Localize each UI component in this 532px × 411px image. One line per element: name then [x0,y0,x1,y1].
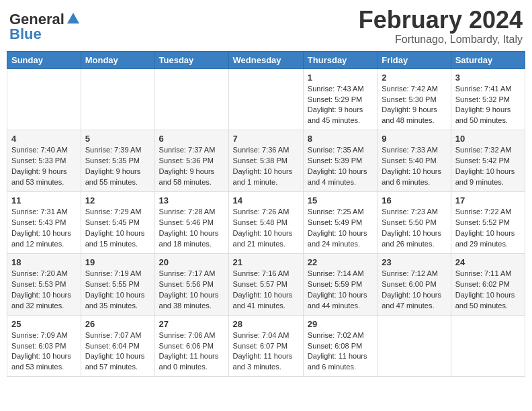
day-info: Sunrise: 7:32 AMSunset: 5:42 PMDaylight:… [455,145,521,188]
day-number: 2 [382,73,446,83]
day-info: Sunrise: 7:12 AMSunset: 6:00 PMDaylight:… [382,269,446,312]
calendar-cell: 5Sunrise: 7:39 AMSunset: 5:35 PMDaylight… [81,130,154,192]
calendar-cell [228,68,303,130]
day-number: 13 [159,195,224,205]
day-info: Sunrise: 7:11 AMSunset: 6:02 PMDaylight:… [455,269,521,312]
day-number: 4 [11,134,77,144]
calendar-cell: 26Sunrise: 7:07 AMSunset: 6:04 PMDayligh… [81,315,154,377]
calendar-cell: 17Sunrise: 7:22 AMSunset: 5:52 PMDayligh… [451,192,525,254]
calendar-cell [81,68,154,130]
day-info: Sunrise: 7:36 AMSunset: 5:38 PMDaylight:… [233,145,299,188]
calendar-cell: 21Sunrise: 7:16 AMSunset: 5:57 PMDayligh… [228,253,303,315]
logo-blue: Blue [9,26,42,43]
calendar-cell: 27Sunrise: 7:06 AMSunset: 6:06 PMDayligh… [154,315,228,377]
calendar-cell: 16Sunrise: 7:23 AMSunset: 5:50 PMDayligh… [378,192,451,254]
day-info: Sunrise: 7:31 AMSunset: 5:43 PMDaylight:… [11,207,77,250]
month-title: February 2024 [359,7,523,34]
day-info: Sunrise: 7:35 AMSunset: 5:39 PMDaylight:… [308,145,373,188]
day-info: Sunrise: 7:04 AMSunset: 6:07 PMDaylight:… [233,330,299,373]
day-number: 3 [455,73,521,83]
calendar-cell: 3Sunrise: 7:41 AMSunset: 5:32 PMDaylight… [451,68,525,130]
calendar-cell: 10Sunrise: 7:32 AMSunset: 5:42 PMDayligh… [451,130,525,192]
day-number: 8 [308,134,373,144]
calendar-cell: 1Sunrise: 7:43 AMSunset: 5:29 PMDaylight… [303,68,377,130]
calendar-cell: 28Sunrise: 7:04 AMSunset: 6:07 PMDayligh… [228,315,303,377]
title-area: February 2024 Fortunago, Lombardy, Italy [359,7,523,46]
day-number: 22 [308,257,373,267]
day-number: 12 [85,195,150,205]
day-number: 7 [233,134,299,144]
day-info: Sunrise: 7:25 AMSunset: 5:49 PMDaylight:… [308,207,373,250]
day-info: Sunrise: 7:29 AMSunset: 5:45 PMDaylight:… [85,207,150,250]
day-number: 20 [159,257,224,267]
calendar-cell [378,315,451,377]
calendar-cell: 24Sunrise: 7:11 AMSunset: 6:02 PMDayligh… [451,253,525,315]
calendar-cell [451,315,525,377]
calendar-cell: 20Sunrise: 7:17 AMSunset: 5:56 PMDayligh… [154,253,228,315]
calendar-week-row: 25Sunrise: 7:09 AMSunset: 6:03 PMDayligh… [7,315,525,377]
day-number: 23 [382,257,446,267]
page-header: General Blue February 2024 Fortunago, Lo… [7,7,525,46]
day-info: Sunrise: 7:16 AMSunset: 5:57 PMDaylight:… [233,269,299,312]
calendar-cell: 22Sunrise: 7:14 AMSunset: 5:59 PMDayligh… [303,253,377,315]
day-number: 6 [159,134,224,144]
weekday-header: Tuesday [154,51,228,68]
day-number: 28 [233,319,299,329]
day-info: Sunrise: 7:23 AMSunset: 5:50 PMDaylight:… [382,207,446,250]
day-number: 17 [455,195,521,205]
day-info: Sunrise: 7:20 AMSunset: 5:53 PMDaylight:… [11,269,77,312]
calendar-cell: 4Sunrise: 7:40 AMSunset: 5:33 PMDaylight… [7,130,81,192]
day-number: 29 [308,319,373,329]
day-info: Sunrise: 7:14 AMSunset: 5:59 PMDaylight:… [308,269,373,312]
calendar-week-row: 18Sunrise: 7:20 AMSunset: 5:53 PMDayligh… [7,253,525,315]
day-info: Sunrise: 7:02 AMSunset: 6:08 PMDaylight:… [308,330,373,373]
day-number: 9 [382,134,446,144]
calendar-cell: 11Sunrise: 7:31 AMSunset: 5:43 PMDayligh… [7,192,81,254]
day-info: Sunrise: 7:06 AMSunset: 6:06 PMDaylight:… [159,330,224,373]
calendar-cell: 15Sunrise: 7:25 AMSunset: 5:49 PMDayligh… [303,192,377,254]
location-title: Fortunago, Lombardy, Italy [359,34,523,46]
calendar-cell: 23Sunrise: 7:12 AMSunset: 6:00 PMDayligh… [378,253,451,315]
day-number: 1 [308,73,373,83]
calendar-table: SundayMondayTuesdayWednesdayThursdayFrid… [7,51,525,377]
day-number: 11 [11,195,77,205]
day-number: 24 [455,257,521,267]
weekday-header-row: SundayMondayTuesdayWednesdayThursdayFrid… [7,51,525,68]
weekday-header: Sunday [7,51,81,68]
calendar-cell: 18Sunrise: 7:20 AMSunset: 5:53 PMDayligh… [7,253,81,315]
calendar-week-row: 11Sunrise: 7:31 AMSunset: 5:43 PMDayligh… [7,192,525,254]
weekday-header: Monday [81,51,154,68]
calendar-cell: 6Sunrise: 7:37 AMSunset: 5:36 PMDaylight… [154,130,228,192]
day-info: Sunrise: 7:37 AMSunset: 5:36 PMDaylight:… [159,145,224,188]
svg-marker-0 [67,13,79,24]
calendar-cell: 29Sunrise: 7:02 AMSunset: 6:08 PMDayligh… [303,315,377,377]
day-number: 19 [85,257,150,267]
day-info: Sunrise: 7:22 AMSunset: 5:52 PMDaylight:… [455,207,521,250]
day-number: 15 [308,195,373,205]
weekday-header: Wednesday [228,51,303,68]
weekday-header: Friday [378,51,451,68]
calendar-week-row: 1Sunrise: 7:43 AMSunset: 5:29 PMDaylight… [7,68,525,130]
day-info: Sunrise: 7:09 AMSunset: 6:03 PMDaylight:… [11,330,77,373]
calendar-cell [154,68,228,130]
calendar-cell: 13Sunrise: 7:28 AMSunset: 5:46 PMDayligh… [154,192,228,254]
day-number: 10 [455,134,521,144]
day-info: Sunrise: 7:42 AMSunset: 5:30 PMDaylight:… [382,84,446,127]
day-info: Sunrise: 7:40 AMSunset: 5:33 PMDaylight:… [11,145,77,188]
day-number: 5 [85,134,150,144]
weekday-header: Thursday [303,51,377,68]
day-info: Sunrise: 7:33 AMSunset: 5:40 PMDaylight:… [382,145,446,188]
day-info: Sunrise: 7:26 AMSunset: 5:48 PMDaylight:… [233,207,299,250]
day-info: Sunrise: 7:39 AMSunset: 5:35 PMDaylight:… [85,145,150,188]
day-number: 16 [382,195,446,205]
calendar-cell: 14Sunrise: 7:26 AMSunset: 5:48 PMDayligh… [228,192,303,254]
day-info: Sunrise: 7:19 AMSunset: 5:55 PMDaylight:… [85,269,150,312]
weekday-header: Saturday [451,51,525,68]
day-info: Sunrise: 7:41 AMSunset: 5:32 PMDaylight:… [455,84,521,127]
day-number: 21 [233,257,299,267]
day-info: Sunrise: 7:07 AMSunset: 6:04 PMDaylight:… [85,330,150,373]
day-number: 25 [11,319,77,329]
calendar-cell: 7Sunrise: 7:36 AMSunset: 5:38 PMDaylight… [228,130,303,192]
day-number: 14 [233,195,299,205]
calendar-cell: 8Sunrise: 7:35 AMSunset: 5:39 PMDaylight… [303,130,377,192]
